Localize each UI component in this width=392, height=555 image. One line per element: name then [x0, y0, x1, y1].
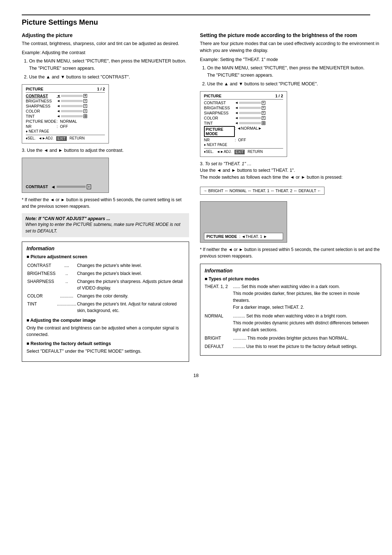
arrow-sequence: → BRIGHT ↔ NORMAL ↔ THEAT. 1 ↔ THEAT. 2 … [200, 187, 324, 195]
left-asterisk-note: * If neither the ◄ or ► button is presse… [22, 197, 189, 210]
menu-footer-1: ♦SEL. ◄►ADJ. EXIT RETURN [26, 135, 105, 141]
contrast-label: CONTRAST [26, 185, 48, 189]
menu-header-2: PICTURE 1 / 2 [204, 94, 283, 100]
menu2-row-tint: TINT ◄ ⊕ [204, 121, 283, 125]
right-desc-default: .......... Use this to reset the picture… [230, 343, 376, 350]
info-box-right-title: Information [205, 268, 376, 274]
menu2-text-row-nr: NR : OFF [204, 138, 283, 142]
slider2-left-btn-c: ◄ [235, 116, 238, 120]
menu-row-label-color: COLOR [26, 109, 57, 113]
info-row-color: COLOR ........... Changes the color dens… [27, 292, 184, 300]
menu2-label-contrast: CONTRAST [204, 101, 235, 105]
contrast-bottom: CONTRAST ◄ + [26, 184, 105, 190]
exit-btn-2: EXIT [234, 150, 245, 154]
slider-left-btn-t: ◄ [57, 114, 60, 118]
left-step-2: Use the ▲ and ▼ buttons to select "CONTR… [29, 73, 189, 81]
info-box-left-title: Information [26, 246, 184, 251]
slider-contrast: ◄ + [57, 94, 87, 98]
info-row-sharpness: SHARPNESS .. Changes the picture's sharp… [27, 278, 184, 292]
slider-bar-contrast [61, 95, 83, 97]
plus2-btn-brightness: + [262, 106, 265, 110]
menu-row-sharpness: SHARPNESS ◄ + [26, 104, 105, 108]
right-asterisk-note: * If neither the ◄ or ► button is presse… [200, 246, 381, 259]
slider2-bar-sharpness [239, 112, 261, 114]
theat-value-text: : ◄THEAT. 1 ► [239, 234, 267, 239]
menu-text-row-nr: NR : OFF [26, 124, 105, 129]
slider-left-btn: ◄ [57, 94, 60, 98]
menu2-text-value-nr: : OFF [235, 138, 246, 142]
menu-text-row-picture-mode: PICTURE MODE : NORMAL [26, 119, 105, 123]
menu2-row-sharpness: SHARPNESS ◄ + [204, 111, 283, 115]
left-section-heading: Adjusting the picture [22, 32, 189, 38]
return-label-1: RETURN [70, 136, 85, 141]
menu-text-value-nr: : OFF [57, 124, 68, 129]
left-step-1: On the MAIN MENU, select "PICTURE", then… [29, 57, 189, 72]
menu-header-1: PICTURE 1 / 2 [26, 87, 105, 93]
slider2-bar-tint [239, 122, 261, 124]
info-def-brightness: Changes the picture's black level. [77, 270, 183, 277]
plus2-btn-tint: ⊕ [262, 121, 265, 125]
slider2-contrast: ◄ + [235, 101, 265, 105]
menu-row-color: COLOR ◄ + [26, 109, 105, 113]
contrast-slider: ◄ + [51, 184, 91, 190]
slider2-brightness: ◄ + [235, 106, 265, 110]
menu2-sel-label: ♦SEL. [204, 150, 214, 154]
contrast-slider-btn-left: ◄ [51, 184, 56, 190]
menu2-row-brightness: BRIGHTNESS ◄ + [204, 106, 283, 110]
slider2-bar-contrast [239, 102, 261, 104]
info-dots-color: ........... [57, 292, 76, 300]
menu-title-2: PICTURE [204, 94, 221, 98]
info-box-right: Information Types of picture modes THEAT… [200, 264, 381, 356]
info-def-color: Changes the color density. [77, 292, 183, 300]
left-column: Adjusting the picture The contrast, brig… [22, 32, 189, 362]
menu2-text-value-picture-mode: : ◄NORMAL► [235, 126, 262, 137]
slider2-left-btn-s: ◄ [235, 111, 238, 115]
info-dots-contrast: .... [57, 262, 76, 269]
theat-value: : ◄THEAT. 1 ► [239, 234, 267, 239]
info-dots-tint: ................ [57, 300, 76, 314]
info-def-sharpness: Changes the picture's sharpness. Adjusts… [77, 278, 183, 292]
right-column: Setting the picture mode according to th… [200, 32, 381, 362]
theat-label: PICTURE MODE [207, 234, 237, 239]
menu-row-label-contrast: CONTRAST [26, 94, 57, 98]
slider-brightness: ◄ + [57, 99, 87, 103]
theat-gray-area [204, 204, 283, 233]
info-row-contrast: CONTRAST .... Changes the picture's whit… [27, 262, 184, 269]
menu-text-label-picture-mode: PICTURE MODE [26, 119, 57, 123]
menu-title-1: PICTURE [26, 87, 43, 91]
two-col-layout: Adjusting the picture The contrast, brig… [22, 32, 370, 362]
picture-menu-screenshot-1: PICTURE 1 / 2 CONTRAST ◄ + BRIGHTNESS ◄ [22, 84, 109, 143]
slider2-left-btn-b: ◄ [235, 106, 238, 110]
info-section-picture-adj: Picture adjustment screen [26, 254, 184, 259]
menu-row-label-tint: TINT [26, 114, 57, 118]
slider-bar-tint [61, 115, 83, 117]
info-dots-brightness: .. [57, 270, 76, 277]
plus2-btn-sharpness: + [262, 111, 265, 115]
contrast-slider-bar [57, 186, 86, 188]
info-computer-text: Only the contrast and brightness can be … [26, 325, 184, 339]
right-term-bright: BRIGHT [205, 335, 230, 342]
info-box-left: Information Picture adjustment screen CO… [22, 242, 189, 362]
menu-page-1: 1 / 2 [97, 87, 105, 91]
slider-sharpness: ◄ + [57, 104, 87, 108]
info-term-contrast: CONTRAST [27, 262, 56, 269]
menu-text-value-picture-mode: : NORMAL [57, 119, 77, 123]
right-info-row-bright: BRIGHT ........... This mode provides br… [205, 335, 376, 342]
right-info-row-normal: NORMAL .......... Set this mode when wat… [205, 313, 376, 334]
menu2-text-row-picture-mode: PICTURE MODE : ◄NORMAL► [204, 126, 283, 137]
menu2-text-label-nr: NR [204, 138, 235, 142]
menu2-text-label-picture-mode: PICTURE MODE [204, 126, 235, 137]
right-info-table: THEAT. 1, 2 ...... Set this mode when wa… [205, 283, 376, 351]
menu-row-brightness: BRIGHTNESS ◄ + [26, 99, 105, 103]
slider-bar-color [61, 110, 83, 112]
contrast-plus-btn: + [87, 185, 91, 189]
right-section-heading: Setting the picture mode according to th… [200, 32, 381, 38]
right-term-default: DEFAULT [205, 343, 230, 350]
return-label-2: RETURN [248, 150, 263, 154]
top-border [22, 15, 370, 15]
right-step-3-label: 3. To set to "THEAT. 1" … Use the ◄ and … [200, 161, 381, 181]
menu2-label-brightness: BRIGHTNESS [204, 106, 235, 110]
contrast-screenshot: CONTRAST ◄ + [22, 158, 109, 193]
slider2-left-btn: ◄ [235, 101, 238, 105]
right-desc-theat: ...... Set this mode when watching video… [230, 283, 376, 311]
